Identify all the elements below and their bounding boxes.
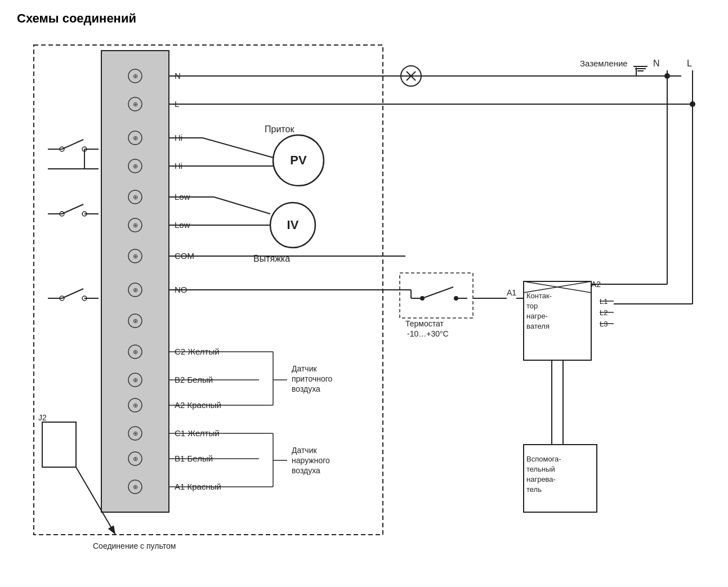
- vytjazhka-label: Вытяжка: [253, 254, 290, 263]
- supply-air-sensor-line3: воздуха: [292, 384, 320, 393]
- svg-text:⊕: ⊕: [133, 163, 138, 169]
- svg-point-114: [664, 73, 670, 79]
- svg-text:⊕: ⊕: [133, 317, 138, 324]
- svg-text:⊕: ⊕: [133, 135, 138, 141]
- J2-label: J2: [38, 413, 47, 422]
- aux-heater-line2: тельный: [526, 465, 555, 473]
- svg-text:⊕: ⊕: [133, 253, 138, 259]
- svg-line-35: [203, 138, 273, 158]
- svg-text:⊕: ⊕: [133, 222, 138, 228]
- outdoor-air-sensor-line3: воздуха: [292, 466, 320, 475]
- wiring-diagram: ⊕ ⊕ ⊕ ⊕ ⊕ ⊕ ⊕ ⊕ ⊕ ⊕ ⊕ ⊕ ⊕: [17, 39, 709, 574]
- svg-point-115: [690, 101, 695, 107]
- grounding-label: Заземление: [580, 59, 628, 68]
- svg-text:⊕: ⊕: [133, 402, 138, 409]
- thermostat-label: Термостат: [405, 319, 444, 328]
- contactor-line1: Контак-: [526, 292, 552, 300]
- svg-line-60: [422, 287, 453, 298]
- supply-air-sensor-line1: Датчик: [292, 364, 317, 373]
- svg-text:⊕: ⊕: [133, 194, 138, 200]
- supply-air-sensor-line2: приточного: [292, 374, 333, 383]
- IV-label: IV: [287, 218, 299, 232]
- svg-text:⊕: ⊕: [133, 455, 138, 462]
- svg-text:⊕: ⊕: [133, 348, 138, 355]
- svg-text:⊕: ⊕: [133, 377, 138, 383]
- N-top-label: N: [653, 59, 660, 68]
- PV-label: PV: [290, 153, 307, 167]
- connection-label: Соединение с пультом: [93, 541, 176, 550]
- svg-line-95: [62, 140, 83, 149]
- svg-rect-1: [101, 51, 169, 512]
- svg-line-107: [62, 289, 83, 298]
- thermostat-range: -10…+30°С: [407, 329, 449, 338]
- aux-heater-line4: тель: [526, 485, 542, 494]
- svg-text:⊕: ⊕: [133, 101, 138, 107]
- outdoor-air-sensor-line1: Датчик: [292, 446, 317, 455]
- svg-text:⊕: ⊕: [133, 483, 138, 490]
- svg-line-102: [62, 204, 83, 214]
- svg-text:⊕: ⊕: [133, 73, 138, 79]
- svg-text:⊕: ⊕: [133, 286, 138, 293]
- page-title: Схемы соединений: [17, 11, 709, 26]
- contactor-line3: нагре-: [526, 312, 548, 320]
- aux-heater-line3: нагрева-: [526, 475, 556, 483]
- aux-heater-line1: Вспомога-: [526, 455, 561, 463]
- svg-text:⊕: ⊕: [133, 430, 138, 437]
- contactor-line2: тор: [526, 302, 538, 310]
- svg-rect-109: [42, 422, 76, 467]
- diagram-container: Схемы соединений ⊕ ⊕ ⊕ ⊕ ⊕ ⊕ ⊕ ⊕ ⊕: [17, 11, 709, 574]
- svg-point-59: [454, 296, 458, 301]
- contactor-line4: вателя: [526, 322, 550, 330]
- outdoor-air-sensor-line2: наружного: [292, 456, 330, 465]
- pritok-label: Приток: [265, 124, 294, 134]
- A1-label: A1: [507, 288, 516, 297]
- svg-line-39: [214, 197, 270, 214]
- L-top-label: L: [687, 59, 692, 68]
